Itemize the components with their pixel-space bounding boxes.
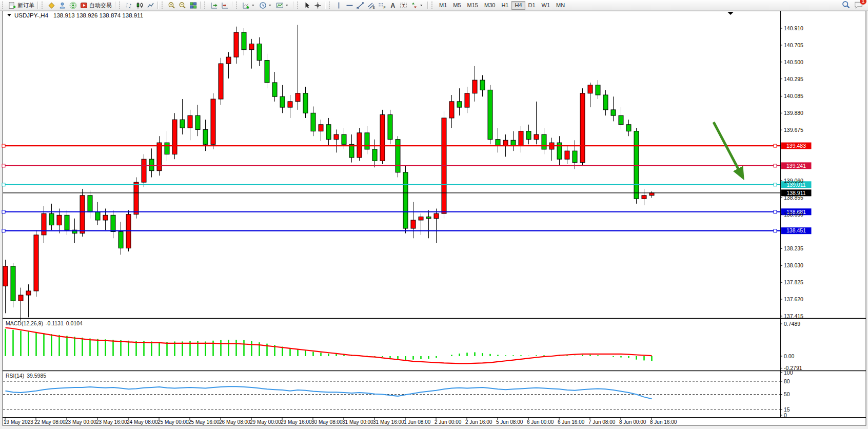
candle-bull <box>465 93 469 107</box>
time-tick-label: 29 May 16:00 <box>281 419 312 425</box>
templates-button[interactable] <box>274 1 291 10</box>
timeframe-h1-button[interactable]: H1 <box>498 1 511 10</box>
periods-button[interactable] <box>258 1 274 10</box>
timeframe-m1-button[interactable]: M1 <box>436 1 450 10</box>
line-view-icon <box>147 2 154 9</box>
equidistant-channel-button[interactable]: E <box>366 1 377 10</box>
candle-bull <box>411 220 416 228</box>
toolbar-grip[interactable] <box>162 2 165 9</box>
chart-area: 139.483139.241139.011138.911138.681138.4… <box>0 0 868 429</box>
auto-scroll-button[interactable] <box>209 1 220 10</box>
toolbar-grip[interactable] <box>2 2 6 9</box>
price-tick-label: 139.675 <box>784 127 803 133</box>
trendline-button[interactable] <box>355 1 366 10</box>
line-handle-right[interactable] <box>774 229 777 232</box>
timeframe-m5-button[interactable]: M5 <box>450 1 464 10</box>
candle-bear <box>242 32 246 50</box>
candle-bull <box>588 85 593 93</box>
candle-bull <box>357 133 362 158</box>
time-tick-label: 29 May 00:00 <box>250 419 281 425</box>
line-handle-left[interactable] <box>2 183 5 186</box>
tile-windows-button[interactable] <box>188 1 199 10</box>
text-label-button[interactable]: T <box>398 1 409 10</box>
candle-bear <box>626 125 631 131</box>
toolbar-grip[interactable] <box>329 2 332 9</box>
line-handle-left[interactable] <box>2 210 5 213</box>
toolbar-grip[interactable] <box>431 2 435 9</box>
candle-bull <box>34 235 38 291</box>
strategy-tester-button[interactable] <box>68 1 78 10</box>
arrows-icon <box>410 2 418 9</box>
toolbar-grip[interactable] <box>236 2 240 9</box>
line-handle-right[interactable] <box>774 164 777 167</box>
toolbar-grip[interactable] <box>204 2 208 9</box>
crosshair-button[interactable] <box>312 1 323 10</box>
cursor-button[interactable] <box>302 1 312 10</box>
toolbar-grip[interactable] <box>42 2 45 9</box>
candle-bear <box>280 96 285 107</box>
candle-bear <box>603 95 608 110</box>
toolbar-grip[interactable] <box>297 2 301 9</box>
line-handle-right[interactable] <box>774 183 777 186</box>
price-tick-label: 137.415 <box>784 313 803 319</box>
time-tick-label: 5 Jun 08:00 <box>496 419 523 425</box>
arrows-button[interactable] <box>409 1 426 10</box>
auto-scroll-icon <box>210 2 218 9</box>
line-handle-right[interactable] <box>774 210 777 213</box>
timeframe-m15-button[interactable]: M15 <box>464 1 481 10</box>
bars-view-button[interactable] <box>124 1 134 10</box>
candle-bear <box>180 120 185 128</box>
fibonacci-button[interactable]: F <box>377 1 387 10</box>
line-handle-left[interactable] <box>2 164 5 167</box>
candle-bull <box>211 99 215 144</box>
autotrading-button[interactable]: 自动交易 <box>78 1 113 10</box>
candle-bull <box>580 93 585 163</box>
toolbar-grip[interactable] <box>119 2 123 9</box>
horizontal-line-button[interactable] <box>344 1 355 10</box>
time-tick-label: 2 Jun 00:00 <box>435 419 462 425</box>
timeframe-w1-button[interactable]: W1 <box>539 1 554 10</box>
navigator-button[interactable] <box>57 1 68 10</box>
indicators-button[interactable] <box>241 1 258 10</box>
candle-bear <box>426 217 431 219</box>
candles-view-button[interactable] <box>134 1 145 10</box>
toolbar-separator <box>325 2 325 9</box>
channel-icon: E <box>367 2 375 9</box>
price-tick-label: 139.880 <box>784 110 803 116</box>
candle-bear <box>365 133 369 149</box>
candle-bear <box>457 102 462 107</box>
hline-icon <box>346 2 353 9</box>
candle-bear <box>349 144 354 158</box>
timeframe-mn-button[interactable]: MN <box>553 1 568 10</box>
notifications-button[interactable]: 1 <box>854 1 863 10</box>
price-badge-label: 138.451 <box>786 227 806 233</box>
line-handle-left[interactable] <box>2 229 5 232</box>
text-a-icon: A <box>389 2 397 9</box>
price-badge-label: 139.483 <box>786 143 806 149</box>
price-tick-label: 140.705 <box>784 42 803 48</box>
timeframe-m30-button[interactable]: M30 <box>481 1 498 10</box>
price-badge-label: 139.241 <box>786 163 806 169</box>
timeframe-h4-button[interactable]: H4 <box>511 1 525 10</box>
chart-shift-button[interactable] <box>220 1 230 10</box>
zoom-in-button[interactable] <box>166 1 177 10</box>
search-button[interactable] <box>842 1 850 10</box>
time-axis[interactable]: 19 May 202322 May 08:0023 May 00:0023 Ma… <box>4 418 677 425</box>
new-order-button[interactable]: 新订单 <box>7 1 36 10</box>
toolbar-separator <box>427 2 428 9</box>
text-button[interactable]: A <box>387 1 398 10</box>
candle-bull <box>134 182 139 215</box>
market-watch-button[interactable] <box>46 1 57 10</box>
timeframe-d1-button[interactable]: D1 <box>525 1 539 10</box>
time-tick-label: 22 May 08:00 <box>34 419 66 425</box>
candle-bear <box>88 196 92 212</box>
fibo-icon: F <box>378 2 386 9</box>
line-handle-right[interactable] <box>774 144 777 147</box>
zoom-out-button[interactable] <box>177 1 188 10</box>
candle-bull <box>503 140 508 146</box>
line-handle-left[interactable] <box>2 144 5 147</box>
tile-windows-icon <box>189 2 197 9</box>
candle-bear <box>342 134 346 144</box>
line-view-button[interactable] <box>145 1 156 10</box>
vertical-line-button[interactable] <box>333 1 344 10</box>
